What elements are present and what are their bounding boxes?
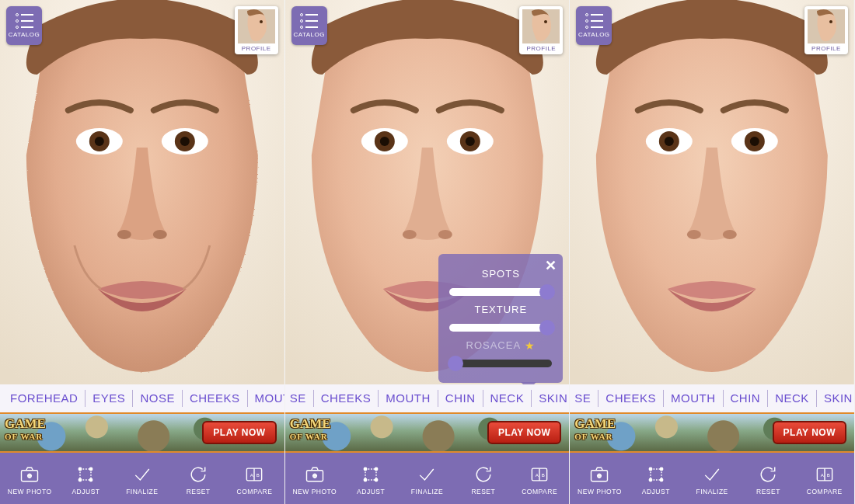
undo-icon [473, 464, 494, 485]
tab-forehead[interactable]: FOREHEAD [3, 390, 86, 407]
compare-button[interactable]: AB COMPARE [797, 464, 853, 495]
new-photo-button[interactable]: NEW PHOTO [571, 464, 627, 495]
profile-label: PROFILE [811, 45, 841, 52]
star-icon: ★ [525, 339, 536, 352]
ad-logo: GAMEOF WAR [290, 417, 331, 443]
profile-thumb-icon [522, 9, 560, 43]
tab-eyes[interactable]: EYES [86, 390, 133, 407]
profile-thumb-icon [808, 9, 845, 43]
ad-banner[interactable]: GAMEOF WAR PLAY NOW [0, 412, 284, 453]
check-icon [701, 464, 723, 485]
adjust-button[interactable]: ADJUST [58, 464, 113, 495]
bottom-toolbar: NEW PHOTO ADJUST FINALIZE RESET AB COMPA… [285, 453, 570, 504]
ad-banner[interactable]: GAMEOF WAR PLAY NOW [570, 412, 854, 453]
profile-button[interactable]: PROFILE [235, 6, 278, 54]
slider-spots[interactable] [449, 287, 552, 297]
svg-point-41 [375, 478, 378, 481]
portrait-area: CATALOG PROFILE [570, 0, 854, 384]
svg-point-64 [660, 478, 663, 481]
undo-icon [757, 464, 779, 485]
svg-point-56 [829, 20, 832, 23]
app-panel: CATALOG PROFILE FOREHEAD EYES NOSE CHEEK… [0, 0, 285, 504]
ad-play-button[interactable]: PLAY NOW [487, 421, 561, 444]
slider-texture[interactable] [449, 322, 552, 333]
adjust-button[interactable]: ADJUST [343, 464, 399, 495]
svg-point-52 [750, 137, 759, 146]
adjust-icon [645, 464, 667, 485]
tab-mouth[interactable]: MOUTH [248, 390, 284, 407]
catalog-button[interactable]: CATALOG [576, 6, 612, 45]
list-icon [300, 13, 318, 29]
slider-rosacea[interactable] [449, 358, 552, 369]
svg-point-54 [723, 230, 737, 239]
svg-point-18 [90, 478, 93, 481]
svg-text:A: A [536, 471, 539, 477]
catalog-label: CATALOG [578, 31, 610, 38]
catalog-button[interactable]: CATALOG [6, 6, 42, 45]
check-icon [131, 464, 153, 485]
finalize-button[interactable]: FINALIZE [114, 464, 170, 495]
svg-text:A: A [250, 471, 254, 477]
finalize-button[interactable]: FINALIZE [399, 464, 455, 495]
new-photo-button[interactable]: NEW PHOTO [2, 464, 58, 495]
tab-chin[interactable]: CHIN [724, 390, 769, 407]
check-icon [416, 464, 438, 485]
svg-point-10 [260, 20, 263, 23]
tab-skin[interactable]: SKIN [817, 390, 854, 407]
list-icon [16, 13, 33, 29]
compare-button[interactable]: AB COMPARE [226, 464, 282, 495]
ad-banner[interactable]: GAMEOF WAR PLAY NOW [285, 412, 570, 453]
svg-text:B: B [256, 471, 260, 477]
camera-icon [588, 464, 610, 485]
tab-neck[interactable]: NECK [483, 390, 532, 407]
reset-button[interactable]: RESET [740, 464, 796, 495]
profile-button[interactable]: PROFILE [519, 6, 563, 54]
catalog-label: CATALOG [9, 31, 40, 38]
tab-chin[interactable]: CHIN [438, 390, 483, 407]
tab-cheeks[interactable]: CHEEKS [598, 390, 664, 407]
tab-partial[interactable]: SE [288, 390, 314, 407]
profile-label: PROFILE [242, 45, 271, 52]
portrait-area: CATALOG PROFILE [0, 0, 284, 384]
region-tabs: SE CHEEKS MOUTH CHIN NECK SKIN [570, 384, 854, 412]
tab-mouth[interactable]: MOUTH [379, 390, 438, 407]
tab-neck[interactable]: NECK [768, 390, 817, 407]
bottom-toolbar: NEW PHOTO ADJUST FINALIZE RESET AB COMPA… [0, 453, 284, 504]
region-tabs: FOREHEAD EYES NOSE CHEEKS MOUTH [0, 384, 284, 412]
new-photo-button[interactable]: NEW PHOTO [287, 464, 343, 495]
tab-cheeks[interactable]: CHEEKS [314, 390, 379, 407]
ad-play-button[interactable]: PLAY NOW [773, 421, 846, 444]
tab-skin[interactable]: SKIN [532, 390, 569, 407]
tab-partial[interactable]: SE [573, 390, 598, 407]
svg-point-7 [117, 230, 131, 239]
catalog-button[interactable]: CATALOG [291, 6, 327, 45]
compare-icon: AB [814, 464, 836, 485]
reset-button[interactable]: RESET [170, 464, 226, 495]
close-icon[interactable]: ✕ [545, 257, 557, 274]
tab-nose[interactable]: NOSE [133, 390, 183, 407]
face-illustration [0, 0, 284, 384]
svg-text:A: A [821, 471, 825, 477]
svg-point-31 [438, 230, 452, 239]
profile-button[interactable]: PROFILE [804, 6, 848, 54]
svg-point-49 [665, 137, 674, 146]
camera-icon [304, 464, 326, 485]
ad-play-button[interactable]: PLAY NOW [202, 421, 276, 444]
tab-mouth[interactable]: MOUTH [664, 390, 724, 407]
slider-label-spots: SPOTS [482, 268, 520, 280]
app-panel: CATALOG PROFILE ✕ SPOTS TEXTURE [285, 0, 571, 504]
svg-point-26 [379, 137, 389, 146]
skin-sliders-popup: ✕ SPOTS TEXTURE ROSACEA ★ [438, 254, 563, 383]
svg-point-3 [95, 137, 104, 146]
profile-thumb-icon [238, 9, 275, 43]
profile-label: PROFILE [526, 45, 556, 52]
compare-button[interactable]: AB COMPARE [511, 464, 567, 495]
finalize-button[interactable]: FINALIZE [684, 464, 740, 495]
slider-label-texture: TEXTURE [474, 304, 527, 315]
compare-icon: AB [243, 464, 265, 485]
reset-button[interactable]: RESET [455, 464, 511, 495]
adjust-button[interactable]: ADJUST [628, 464, 684, 495]
ad-logo: GAMEOF WAR [5, 417, 46, 443]
camera-icon [19, 464, 40, 485]
tab-cheeks[interactable]: CHEEKS [183, 390, 248, 407]
